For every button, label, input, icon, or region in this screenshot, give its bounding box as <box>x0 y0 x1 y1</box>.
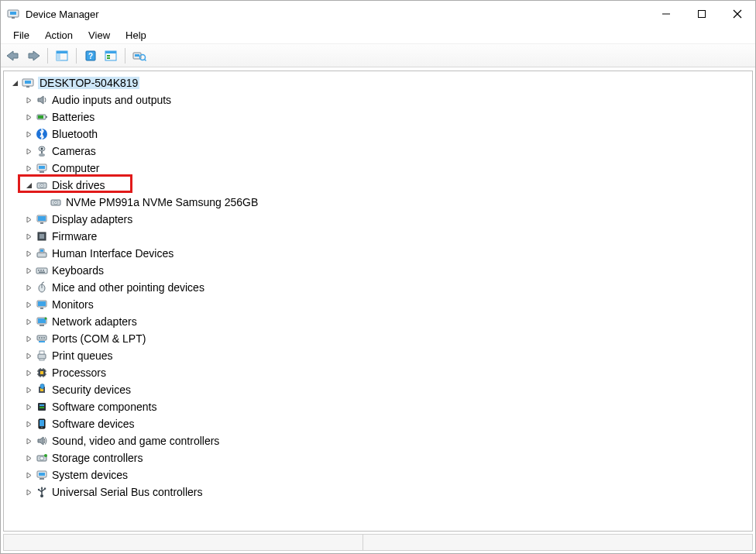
svg-marker-7 <box>7 51 18 60</box>
expand-toggle[interactable] <box>22 94 35 106</box>
expand-toggle[interactable] <box>22 315 35 328</box>
forward-button[interactable] <box>24 46 43 65</box>
swdev-icon <box>35 417 49 431</box>
expand-toggle[interactable] <box>22 230 35 243</box>
expand-toggle[interactable] <box>22 213 35 225</box>
audio-icon <box>35 93 49 107</box>
back-button[interactable] <box>4 46 22 65</box>
expand-toggle[interactable] <box>22 435 35 447</box>
tree-category-label: Software components <box>52 401 156 413</box>
tree-category-label: System devices <box>52 469 128 481</box>
expand-toggle[interactable] <box>22 247 35 260</box>
computer-icon <box>21 76 35 90</box>
tree-category-label: Batteries <box>52 111 94 123</box>
expand-toggle[interactable] <box>22 111 35 123</box>
tree-category-swdev[interactable]: Software devices <box>4 415 752 432</box>
menu-action[interactable]: Action <box>37 28 81 43</box>
tree-category-mice[interactable]: Mice and other pointing devices <box>4 279 752 296</box>
tree-category-label: Sound, video and game controllers <box>52 435 219 447</box>
expand-toggle[interactable] <box>22 418 35 430</box>
tree-category-audio[interactable]: Audio inputs and outputs <box>4 91 752 108</box>
svg-marker-112 <box>38 437 43 445</box>
tree-category-keyboards[interactable]: Keyboards <box>4 262 752 279</box>
tree-category-hid[interactable]: Human Interface Devices <box>4 245 752 262</box>
menu-view[interactable]: View <box>81 28 118 43</box>
tree-category-bluetooth[interactable]: Bluetooth <box>4 126 752 143</box>
tree-category-cameras[interactable]: Cameras <box>4 143 752 160</box>
properties-button[interactable] <box>101 46 120 65</box>
tree-category-swcomp[interactable]: Software components <box>4 398 752 415</box>
tree-category-monitors[interactable]: Monitors <box>4 296 752 313</box>
tree-root[interactable]: DESKTOP-504K819 <box>4 74 752 91</box>
menu-file[interactable]: File <box>5 28 37 43</box>
tree-category-display[interactable]: Display adapters <box>4 211 752 228</box>
tree-category-processors[interactable]: Processors <box>4 364 752 381</box>
tree-category-sound[interactable]: Sound, video and game controllers <box>4 432 752 449</box>
expand-toggle[interactable] <box>22 486 35 498</box>
tree-category-label: Software devices <box>52 418 135 430</box>
tree-device-label: NVMe PM991a NVMe Samsung 256GB <box>66 196 258 208</box>
tree-device-disk0[interactable]: NVMe PM991a NVMe Samsung 256GB <box>4 194 752 211</box>
tree-category-usb[interactable]: Universal Serial Bus controllers <box>4 483 752 501</box>
tree-category-security[interactable]: Security devices <box>4 381 752 398</box>
help-button[interactable]: ? <box>81 46 100 65</box>
tree-category-batteries[interactable]: Batteries <box>4 108 752 126</box>
scan-hardware-button[interactable] <box>130 46 149 65</box>
tree-category-system[interactable]: System devices <box>4 466 752 483</box>
svg-rect-56 <box>40 234 44 239</box>
computer-icon <box>35 161 49 175</box>
device-tree[interactable]: DESKTOP-504K819 Audio inputs and outputs… <box>3 71 753 532</box>
expand-toggle[interactable] <box>22 162 35 174</box>
svg-marker-8 <box>29 51 40 60</box>
tree-category-label: Keyboards <box>52 264 104 277</box>
svg-marker-22 <box>12 81 18 86</box>
expand-toggle[interactable] <box>22 264 35 277</box>
minimize-button[interactable] <box>648 2 684 26</box>
tree-category-computer[interactable]: Computer <box>4 160 752 177</box>
tree-category-label: Bluetooth <box>52 128 98 140</box>
svg-marker-34 <box>27 149 31 154</box>
storage-icon <box>35 451 49 465</box>
expand-toggle[interactable] <box>22 349 35 362</box>
tree-category-network[interactable]: Network adapters <box>4 313 752 330</box>
monitors-icon <box>35 298 49 311</box>
expand-toggle[interactable] <box>22 281 35 294</box>
menu-help[interactable]: Help <box>118 28 154 43</box>
expand-toggle[interactable] <box>22 366 35 379</box>
bluetooth-icon <box>35 127 49 141</box>
tree-category-label: Mice and other pointing devices <box>52 281 204 294</box>
expand-toggle[interactable] <box>22 179 35 191</box>
expand-toggle[interactable] <box>22 452 35 464</box>
window-controls <box>648 2 755 26</box>
expand-toggle[interactable] <box>22 332 35 345</box>
svg-rect-66 <box>39 272 45 274</box>
hid-icon <box>35 246 49 260</box>
svg-marker-61 <box>27 268 31 274</box>
tree-category-ports[interactable]: Ports (COM & LPT) <box>4 330 752 347</box>
expand-toggle[interactable] <box>22 384 35 396</box>
tree-category-firmware[interactable]: Firmware <box>4 228 752 245</box>
svg-rect-11 <box>57 53 60 60</box>
usb-icon <box>35 485 49 499</box>
svg-rect-105 <box>40 404 44 406</box>
close-button[interactable] <box>720 2 755 26</box>
svg-point-46 <box>41 185 43 187</box>
tree-category-disk[interactable]: Disk drives <box>4 177 752 194</box>
expand-toggle[interactable] <box>22 401 35 413</box>
expand-toggle[interactable] <box>22 128 35 140</box>
tree-category-label: Security devices <box>52 384 131 396</box>
tree-category-storage[interactable]: Storage controllers <box>4 449 752 466</box>
maximize-button[interactable] <box>684 2 720 26</box>
expand-toggle[interactable] <box>22 145 35 157</box>
svg-rect-64 <box>40 270 42 271</box>
svg-rect-91 <box>40 371 43 374</box>
expand-toggle[interactable] <box>22 469 35 481</box>
processors-icon <box>35 366 49 380</box>
show-hide-console-tree-button[interactable] <box>53 46 71 65</box>
tree-category-label: Print queues <box>52 349 113 362</box>
expand-toggle[interactable] <box>9 77 21 89</box>
menu-bar: File Action View Help <box>1 27 755 44</box>
svg-rect-88 <box>40 359 44 360</box>
tree-category-printq[interactable]: Print queues <box>4 347 752 364</box>
expand-toggle[interactable] <box>22 298 35 311</box>
